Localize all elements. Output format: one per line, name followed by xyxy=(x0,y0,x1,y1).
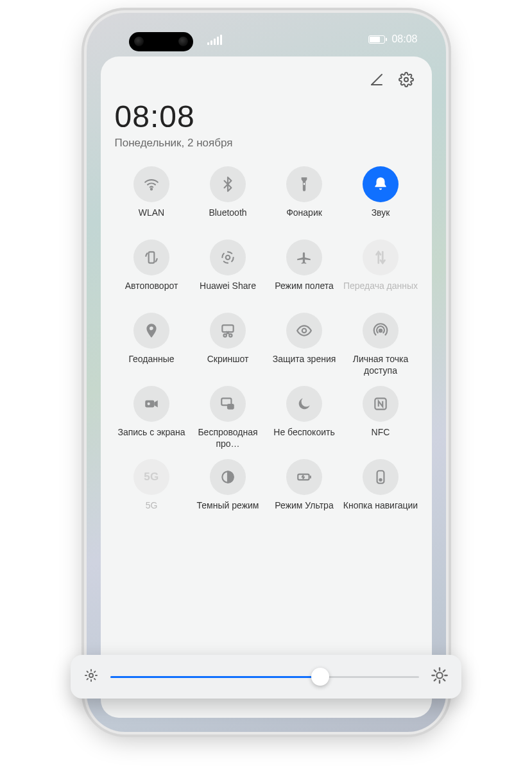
statusbar: 08:08 xyxy=(368,33,417,45)
nfc-icon[interactable] xyxy=(363,386,399,422)
svg-point-6 xyxy=(224,334,227,336)
status-signal xyxy=(207,35,222,45)
svg-line-27 xyxy=(87,679,88,679)
tile-label: Темный режим xyxy=(187,500,269,523)
airplane-icon[interactable] xyxy=(286,239,322,275)
svg-line-28 xyxy=(94,672,95,672)
tile-wireless[interactable]: Беспро​водная про… xyxy=(191,386,265,450)
tile-label: NFC xyxy=(340,427,422,450)
tile-navbtn[interactable]: Кнопка навигации xyxy=(344,459,418,523)
svg-point-0 xyxy=(404,78,408,82)
tile-label: Передача данных xyxy=(340,281,422,304)
svg-rect-2 xyxy=(304,183,305,185)
location-icon[interactable] xyxy=(133,313,169,349)
tile-label: Беспро​водная про… xyxy=(187,427,269,450)
tile-hwshare[interactable]: Huawei Share xyxy=(191,239,265,304)
brightness-track[interactable] xyxy=(110,676,419,678)
flashlight-icon[interactable] xyxy=(286,166,322,202)
brightness-high-icon xyxy=(431,666,449,687)
tile-mobiledata[interactable]: Передача данных xyxy=(344,239,418,304)
tile-fiveg[interactable]: 5G5G xyxy=(115,459,189,523)
svg-point-9 xyxy=(379,329,382,332)
svg-rect-13 xyxy=(227,404,234,410)
tile-airplane[interactable]: Режим полета xyxy=(268,239,341,304)
tile-location[interactable]: Геоданные xyxy=(115,313,189,377)
tile-eyecomfort[interactable]: Защита зрения xyxy=(268,313,341,377)
quick-settings-panel: 08:08 Понедельник, 2 ноября WLANBluetoot… xyxy=(101,56,432,718)
tile-label: WLAN xyxy=(111,207,193,230)
panel-time: 08:08 xyxy=(115,99,418,134)
svg-point-4 xyxy=(226,256,230,260)
status-time: 08:08 xyxy=(391,33,417,45)
svg-point-7 xyxy=(229,334,232,336)
rotate-icon[interactable] xyxy=(133,239,169,275)
tile-label: Bluetooth xyxy=(187,207,269,230)
tile-screenrec[interactable]: Запись с экрана xyxy=(115,386,189,450)
tile-ultra[interactable]: Режим Ультра xyxy=(268,459,341,523)
data-icon[interactable] xyxy=(363,239,399,275)
tile-dark[interactable]: Темный режим xyxy=(191,459,265,523)
svg-line-34 xyxy=(434,670,436,672)
navdot-icon[interactable] xyxy=(363,459,399,495)
svg-point-20 xyxy=(89,673,93,677)
tiles-grid: WLANBluetoothФонарикЗвукАвтоповоротHuawe… xyxy=(115,166,418,523)
svg-point-29 xyxy=(436,672,442,678)
share-icon[interactable] xyxy=(210,239,246,275)
tile-label: Скриншот xyxy=(187,354,269,377)
svg-line-36 xyxy=(434,679,436,681)
bell-icon[interactable] xyxy=(363,166,399,202)
text5g-icon[interactable]: 5G xyxy=(133,459,169,495)
tile-dnd[interactable]: Не беспокоить xyxy=(268,386,341,450)
svg-point-11 xyxy=(148,403,150,405)
settings-icon[interactable] xyxy=(399,72,414,90)
tile-sound[interactable]: Звук xyxy=(344,166,418,230)
tile-label: Звук xyxy=(340,207,422,230)
contrast-icon[interactable] xyxy=(210,459,246,495)
tile-label: Фонарик xyxy=(264,207,345,230)
battery-icon xyxy=(368,35,385,44)
panel-date: Понедельник, 2 ноября xyxy=(115,137,418,150)
tile-label: Защита зрения xyxy=(264,354,345,377)
brightness-slider[interactable] xyxy=(71,655,461,699)
brightness-thumb[interactable] xyxy=(311,668,329,686)
tile-nfc[interactable]: NFC xyxy=(344,386,418,450)
tile-autorotate[interactable]: Автоповорот xyxy=(115,239,189,304)
cast-icon[interactable] xyxy=(210,386,246,422)
svg-rect-3 xyxy=(149,252,155,263)
camera-cutout xyxy=(129,32,193,51)
signal-icon xyxy=(207,35,222,45)
svg-rect-5 xyxy=(222,325,233,332)
svg-point-1 xyxy=(151,189,152,190)
svg-point-19 xyxy=(379,479,381,481)
edit-icon[interactable] xyxy=(369,72,384,90)
phone-frame: 08:08 08:08 Понедельник, 2 ноября WLANBl… xyxy=(87,13,446,732)
tile-label: Запись с экрана xyxy=(111,427,193,450)
wifi-icon[interactable] xyxy=(133,166,169,202)
svg-line-37 xyxy=(443,670,445,672)
tile-label: Автоповорот xyxy=(111,281,193,304)
tile-flashlight[interactable]: Фонарик xyxy=(268,166,341,230)
bluetooth-icon[interactable] xyxy=(210,166,246,202)
svg-line-26 xyxy=(94,679,95,679)
tile-hotspot[interactable]: Личная точка доступа xyxy=(344,313,418,377)
svg-line-25 xyxy=(87,672,88,672)
scissors-icon[interactable] xyxy=(210,313,246,349)
tile-label: Режим полета xyxy=(264,281,345,304)
hotspot-icon[interactable] xyxy=(363,313,399,349)
svg-rect-17 xyxy=(310,476,311,478)
svg-line-35 xyxy=(443,679,445,681)
tile-label: Кнопка навигации xyxy=(340,500,422,523)
tile-label: 5G xyxy=(111,500,193,523)
moon-icon[interactable] xyxy=(286,386,322,422)
tile-wlan[interactable]: WLAN xyxy=(115,166,189,230)
battbolt-icon[interactable] xyxy=(286,459,322,495)
svg-point-8 xyxy=(302,329,307,333)
tile-label: Не беспокоить xyxy=(264,427,345,450)
eye-icon[interactable] xyxy=(286,313,322,349)
tile-screenshot[interactable]: Скриншот xyxy=(191,313,265,377)
tile-bluetooth[interactable]: Bluetooth xyxy=(191,166,265,230)
tile-label: Геоданные xyxy=(111,354,193,377)
tile-label: Huawei Share xyxy=(187,281,269,304)
camrec-icon[interactable] xyxy=(133,386,169,422)
tile-label: Личная точка доступа xyxy=(340,354,422,377)
